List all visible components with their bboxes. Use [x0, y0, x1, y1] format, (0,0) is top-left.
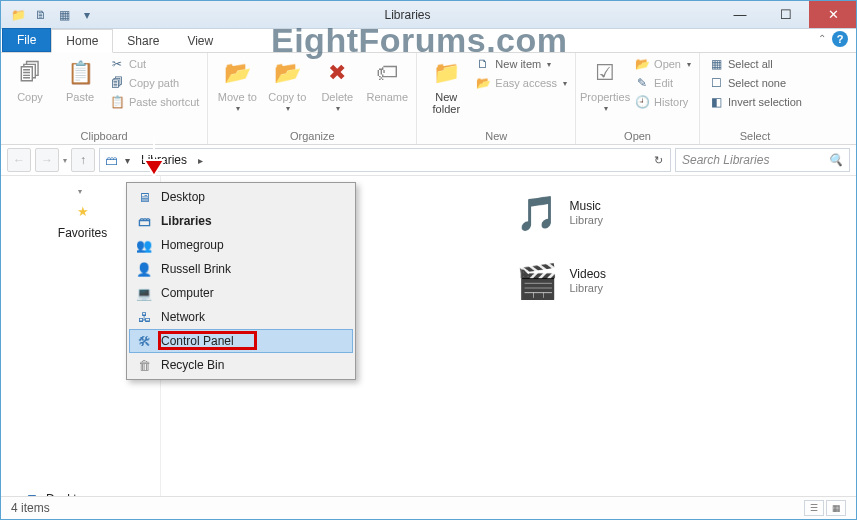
address-bar-dropdown: 🖥Desktop 🗃Libraries 👥Homegroup 👤Russell … [126, 182, 356, 380]
delete-icon: ✖ [321, 57, 353, 89]
easy-access-button[interactable]: 📂Easy access [471, 74, 571, 92]
copy-path-icon: 🗐 [109, 75, 125, 91]
select-none-icon: ☐ [708, 75, 724, 91]
recycle-bin-icon: 🗑 [135, 356, 153, 374]
copy-path-button[interactable]: 🗐Copy path [105, 74, 203, 92]
computer-icon: 💻 [135, 284, 153, 302]
edit-icon: ✎ [634, 75, 650, 91]
group-label: Organize [212, 130, 412, 144]
select-all-button[interactable]: ▦Select all [704, 55, 806, 73]
move-to-icon: 📂 [221, 57, 253, 89]
dropdown-recycle-bin[interactable]: 🗑Recycle Bin [129, 353, 353, 377]
qat-dropdown-icon[interactable]: ▾ [76, 5, 98, 25]
group-clipboard: 🗐 Copy 📋 Paste ✂Cut 🗐Copy path 📋Paste sh… [1, 53, 208, 144]
group-label: Select [704, 130, 806, 144]
rename-icon: 🏷 [371, 57, 403, 89]
edit-button[interactable]: ✎Edit [630, 74, 695, 92]
invert-selection-button[interactable]: ◧Invert selection [704, 93, 806, 111]
title-bar: 📁 🗎 ▦ ▾ Libraries — ☐ ✕ [1, 1, 856, 29]
rename-button[interactable]: 🏷Rename [362, 55, 412, 103]
dropdown-user[interactable]: 👤Russell Brink [129, 257, 353, 281]
nav-desktop[interactable]: 🖥Desktop [1, 488, 160, 496]
forward-button[interactable]: → [35, 148, 59, 172]
copy-button[interactable]: 🗐 Copy [5, 55, 55, 103]
tab-share[interactable]: Share [113, 30, 173, 52]
paste-icon: 📋 [64, 57, 96, 89]
history-icon: 🕘 [634, 94, 650, 110]
location-icon[interactable]: 🗃 [102, 151, 120, 169]
open-button[interactable]: 📂Open [630, 55, 695, 73]
collapse-ribbon-icon[interactable]: ⌃ [818, 33, 826, 44]
select-all-icon: ▦ [708, 56, 724, 72]
window-title: Libraries [98, 8, 717, 22]
paste-shortcut-button[interactable]: 📋Paste shortcut [105, 93, 203, 111]
folder-icon[interactable]: 📁 [7, 5, 29, 25]
invert-selection-icon: ◧ [708, 94, 724, 110]
library-music[interactable]: 🎵 MusicLibrary [514, 190, 845, 236]
control-panel-icon: 🛠 [135, 332, 153, 350]
new-folder-button[interactable]: 📁New folder [421, 55, 471, 115]
recent-locations-dropdown[interactable]: ▾ [63, 156, 67, 165]
open-icon: 📂 [634, 56, 650, 72]
breadcrumb[interactable]: Libraries [135, 153, 193, 167]
library-videos[interactable]: 🎬 VideosLibrary [514, 258, 845, 304]
copy-to-icon: 📂 [271, 57, 303, 89]
music-icon: 🎵 [514, 190, 560, 236]
back-button[interactable]: ← [7, 148, 31, 172]
ribbon: 🗐 Copy 📋 Paste ✂Cut 🗐Copy path 📋Paste sh… [1, 53, 856, 145]
properties-icon[interactable]: ▦ [53, 5, 75, 25]
details-view-button[interactable]: ☰ [804, 500, 824, 516]
select-none-button[interactable]: ☐Select none [704, 74, 806, 92]
search-input[interactable]: Search Libraries 🔍 [675, 148, 850, 172]
address-bar[interactable]: 🗃 ▾ Libraries ▸ ↻ [99, 148, 671, 172]
tab-view[interactable]: View [173, 30, 227, 52]
new-item-button[interactable]: 🗋New item [471, 55, 571, 73]
properties-button[interactable]: ☑Properties [580, 55, 630, 114]
new-doc-icon[interactable]: 🗎 [30, 5, 52, 25]
group-label: New [421, 130, 571, 144]
desktop-icon: 🖥 [135, 188, 153, 206]
star-icon: ★ [75, 203, 91, 219]
search-icon: 🔍 [828, 153, 843, 167]
up-button[interactable]: ↑ [71, 148, 95, 172]
breadcrumb-root-dropdown[interactable]: ▾ [120, 155, 135, 166]
easy-access-icon: 📂 [475, 75, 491, 91]
homegroup-icon: 👥 [135, 236, 153, 254]
close-button[interactable]: ✕ [809, 1, 857, 28]
new-item-icon: 🗋 [475, 56, 491, 72]
group-label: Open [580, 130, 695, 144]
dropdown-homegroup[interactable]: 👥Homegroup [129, 233, 353, 257]
window-buttons: — ☐ ✕ [717, 1, 857, 28]
status-item-count: 4 items [11, 501, 50, 515]
dropdown-libraries[interactable]: 🗃Libraries [129, 209, 353, 233]
dropdown-desktop[interactable]: 🖥Desktop [129, 185, 353, 209]
delete-button[interactable]: ✖Delete [312, 55, 362, 114]
icons-view-button[interactable]: ▦ [826, 500, 846, 516]
tab-file[interactable]: File [2, 28, 51, 52]
minimize-button[interactable]: — [717, 1, 763, 28]
refresh-button[interactable]: ↻ [646, 154, 670, 167]
maximize-button[interactable]: ☐ [763, 1, 809, 28]
group-new: 📁New folder 🗋New item 📂Easy access New [417, 53, 576, 144]
dropdown-network[interactable]: 🖧Network [129, 305, 353, 329]
move-to-button[interactable]: 📂Move to [212, 55, 262, 114]
properties-icon: ☑ [589, 57, 621, 89]
cut-button[interactable]: ✂Cut [105, 55, 203, 73]
copy-icon: 🗐 [14, 57, 46, 89]
status-bar: 4 items ☰ ▦ [1, 496, 856, 519]
dropdown-computer[interactable]: 💻Computer [129, 281, 353, 305]
dropdown-control-panel[interactable]: 🛠 Control Panel [129, 329, 353, 353]
paste-shortcut-icon: 📋 [109, 94, 125, 110]
new-folder-icon: 📁 [430, 57, 462, 89]
videos-icon: 🎬 [514, 258, 560, 304]
quick-access-toolbar: 📁 🗎 ▦ ▾ [1, 5, 98, 25]
network-icon: 🖧 [135, 308, 153, 326]
history-button[interactable]: 🕘History [630, 93, 695, 111]
help-icon[interactable]: ? [832, 31, 848, 47]
tab-home[interactable]: Home [51, 29, 113, 53]
group-label: Clipboard [5, 130, 203, 144]
copy-to-button[interactable]: 📂Copy to [262, 55, 312, 114]
navigation-bar: ← → ▾ ↑ 🗃 ▾ Libraries ▸ ↻ Search Librari… [1, 145, 856, 176]
chevron-right-icon[interactable]: ▸ [193, 155, 208, 166]
paste-button[interactable]: 📋 Paste [55, 55, 105, 103]
